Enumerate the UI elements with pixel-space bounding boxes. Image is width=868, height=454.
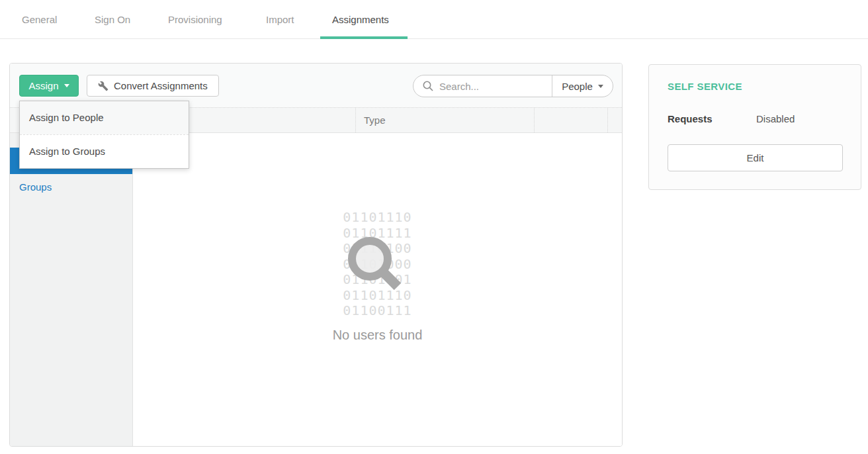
tab-assignments[interactable]: Assignments bbox=[332, 14, 389, 25]
assignments-filter-sidebar: Groups bbox=[10, 133, 133, 446]
menu-item-assign-to-people[interactable]: Assign to People bbox=[20, 101, 189, 134]
chevron-down-icon bbox=[598, 85, 603, 88]
edit-button-label: Edit bbox=[747, 152, 764, 163]
tab-general[interactable]: General bbox=[22, 14, 57, 25]
edit-button[interactable]: Edit bbox=[668, 144, 843, 171]
self-service-card: SELF SERVICE Requests Disabled Edit bbox=[648, 64, 861, 190]
column-divider bbox=[534, 108, 535, 132]
assign-dropdown-menu: Assign to People Assign to Groups bbox=[19, 101, 189, 169]
requests-label: Requests bbox=[668, 113, 713, 124]
app-tabbar: General Sign On Provisioning Import Assi… bbox=[0, 0, 868, 40]
self-service-title: SELF SERVICE bbox=[668, 81, 742, 92]
search-segment bbox=[413, 75, 552, 97]
type-column-header: Type bbox=[364, 108, 386, 132]
active-tab-underline bbox=[320, 36, 408, 39]
binary-row: 01100111 bbox=[133, 303, 622, 319]
empty-state-message: No users found bbox=[133, 328, 622, 343]
tab-sign-on[interactable]: Sign On bbox=[95, 14, 130, 25]
column-divider bbox=[607, 108, 608, 132]
tab-provisioning[interactable]: Provisioning bbox=[168, 14, 222, 25]
search-icon bbox=[422, 80, 434, 92]
requests-value: Disabled bbox=[756, 113, 795, 124]
chevron-down-icon bbox=[64, 84, 69, 87]
column-divider bbox=[355, 108, 356, 132]
search-pill: People bbox=[413, 75, 613, 97]
binary-row: 01101110 bbox=[133, 210, 622, 226]
search-filter-value: People bbox=[562, 81, 593, 92]
search-filter-dropdown[interactable]: People bbox=[552, 75, 613, 97]
tab-import[interactable]: Import bbox=[266, 14, 294, 25]
sidebar-item-groups[interactable]: Groups bbox=[10, 174, 132, 201]
assign-button[interactable]: Assign bbox=[19, 75, 79, 97]
wrench-icon bbox=[98, 81, 108, 91]
assignments-body: Groups 01101110 01101111 01110100 011010… bbox=[10, 133, 622, 446]
menu-item-assign-to-groups[interactable]: Assign to Groups bbox=[20, 135, 189, 168]
tabbar-divider bbox=[0, 38, 868, 39]
convert-assignments-label: Convert Assignments bbox=[114, 80, 208, 91]
assignments-content: 01101110 01101111 01110100 01101000 0110… bbox=[133, 133, 622, 446]
search-input[interactable] bbox=[439, 81, 539, 92]
convert-assignments-button[interactable]: Convert Assignments bbox=[87, 75, 219, 97]
magnifier-icon bbox=[343, 232, 404, 293]
assign-button-label: Assign bbox=[28, 80, 58, 91]
